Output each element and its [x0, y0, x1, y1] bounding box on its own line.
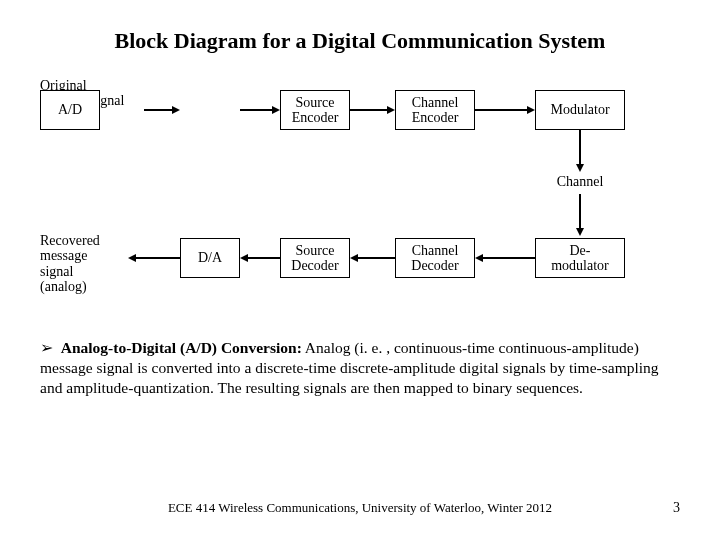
arrow — [579, 130, 581, 166]
arrowhead-left-icon — [475, 254, 483, 262]
demodulator-block: De- modulator — [535, 238, 625, 278]
arrowhead-right-icon — [527, 106, 535, 114]
arrow — [144, 109, 174, 111]
arrow — [240, 109, 274, 111]
bullet-heading: Analog-to-Digital (A/D) Conversion: — [61, 339, 302, 356]
arrowhead-down-icon — [576, 164, 584, 172]
channel-decoder-block: Channel Decoder — [395, 238, 475, 278]
channel-label: Channel — [550, 174, 610, 190]
source-encoder-block: Source Encoder — [280, 90, 350, 130]
arrow — [483, 257, 535, 259]
output-signal-label: Recovered message signal (analog) — [40, 233, 150, 295]
modulator-block: Modulator — [535, 90, 625, 130]
arrow — [358, 257, 395, 259]
arrowhead-left-icon — [350, 254, 358, 262]
arrowhead-right-icon — [172, 106, 180, 114]
arrow — [248, 257, 280, 259]
da-block: D/A — [180, 238, 240, 278]
channel-encoder-block: Channel Encoder — [395, 90, 475, 130]
source-decoder-block: Source Decoder — [280, 238, 350, 278]
bullet-paragraph: ➢ Analog-to-Digital (A/D) Conversion: An… — [40, 338, 680, 398]
block-diagram: Original message signal (analog) A/D Sou… — [40, 78, 680, 328]
arrowhead-right-icon — [387, 106, 395, 114]
arrowhead-left-icon — [240, 254, 248, 262]
bullet-icon: ➢ — [40, 339, 53, 356]
arrow — [475, 109, 529, 111]
arrow — [350, 109, 390, 111]
arrowhead-down-icon — [576, 228, 584, 236]
page-title: Block Diagram for a Digital Communicatio… — [40, 28, 680, 54]
arrow — [579, 194, 581, 230]
arrowhead-left-icon — [128, 254, 136, 262]
arrow — [136, 257, 180, 259]
ad-block: A/D — [40, 90, 100, 130]
arrowhead-right-icon — [272, 106, 280, 114]
footer-text: ECE 414 Wireless Communications, Univers… — [0, 500, 720, 516]
page-number: 3 — [673, 500, 680, 516]
